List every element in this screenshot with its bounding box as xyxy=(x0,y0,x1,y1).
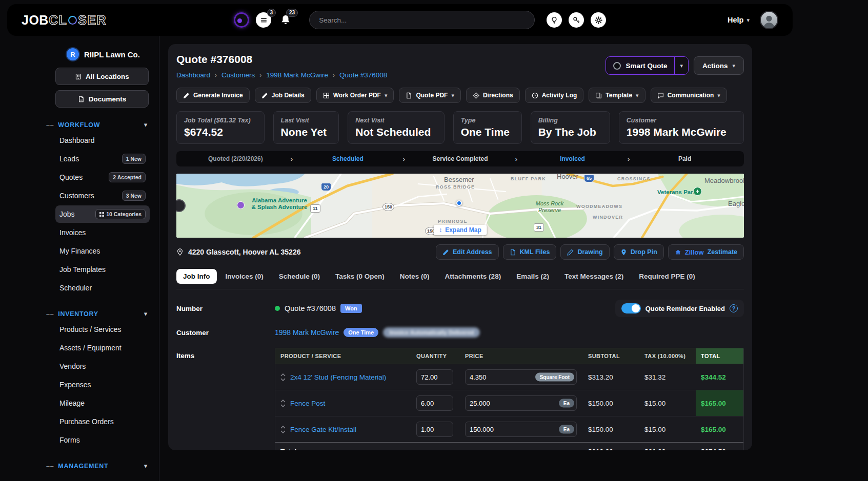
customer-link[interactable]: 1998 Mark McGwire xyxy=(275,328,339,337)
pipeline-paid[interactable]: Paid xyxy=(630,155,740,162)
breadcrumb-customer-name[interactable]: 1998 Mark McGwire xyxy=(266,71,328,79)
ideas-button[interactable] xyxy=(547,12,562,28)
sidebar-item-purchase-orders[interactable]: Purchase Orders xyxy=(55,413,150,430)
quantity-input[interactable] xyxy=(416,422,453,437)
number-row: Number Quote #376008 Won Quote Reminder … xyxy=(176,300,744,317)
map[interactable]: Alabama Adventure & Splash Adventure Bes… xyxy=(176,174,744,238)
pipeline-quoted[interactable]: Quoted (2/20/2026) xyxy=(180,155,291,162)
reorder-handle[interactable] xyxy=(280,373,286,381)
pipeline-scheduled[interactable]: Scheduled xyxy=(293,155,403,162)
job-details-button[interactable]: Job Details xyxy=(255,88,311,103)
chevron-up-icon[interactable] xyxy=(280,426,286,429)
quantity-input[interactable] xyxy=(416,369,453,385)
sidebar-section-workflow[interactable]: –– WORKFLOW ▾ xyxy=(46,121,150,129)
chevron-down-icon[interactable] xyxy=(280,378,286,381)
product-link[interactable]: 2x4 12' Stud (Fencing Material) xyxy=(290,373,386,381)
sidebar-item-forms[interactable]: Forms xyxy=(55,431,150,449)
header-actions: Smart Quote ▾ Actions ▾ xyxy=(605,56,744,75)
zillow-zestimate-button[interactable]: Zillow Zestimate xyxy=(668,244,744,260)
all-locations-button[interactable]: All Locations xyxy=(55,68,149,85)
app-logo[interactable]: JOBCLSER xyxy=(22,13,107,28)
settings-button[interactable] xyxy=(591,12,606,28)
tab-emails[interactable]: Emails (2) xyxy=(510,269,556,284)
job-location-marker[interactable] xyxy=(456,200,462,206)
tab-notes[interactable]: Notes (0) xyxy=(393,269,436,284)
sidebar-item-leads[interactable]: Leads 1 New xyxy=(55,150,150,168)
quote-reminder-toggle[interactable] xyxy=(621,303,641,313)
tab-job-info[interactable]: Job Info xyxy=(176,269,217,284)
tab-tasks[interactable]: Tasks (0 Open) xyxy=(329,269,391,284)
tab-attachments[interactable]: Attachments (28) xyxy=(438,269,508,284)
chevron-down-icon[interactable] xyxy=(280,430,286,433)
amusement-park-pin-icon[interactable] xyxy=(237,201,245,209)
chevron-up-icon[interactable] xyxy=(280,400,286,403)
smart-assistant-button[interactable] xyxy=(234,12,249,28)
reorder-handle[interactable] xyxy=(280,400,286,407)
generate-invoice-button[interactable]: Generate Invoice xyxy=(176,88,250,103)
actions-button[interactable]: Actions ▾ xyxy=(694,56,744,75)
pipeline-service-completed[interactable]: Service Completed xyxy=(405,155,515,162)
quote-pdf-button[interactable]: Quote PDF ▾ xyxy=(399,88,461,103)
drop-pin-button[interactable]: Drop Pin xyxy=(614,244,664,260)
drawing-button[interactable]: Drawing xyxy=(560,244,609,260)
sidebar-item-my-finances[interactable]: My Finances xyxy=(55,242,150,260)
sidebar-item-job-templates[interactable]: Job Templates xyxy=(55,261,150,278)
chevron-down-icon: ▾ xyxy=(385,92,388,99)
sidebar-item-expenses[interactable]: Expenses xyxy=(55,376,150,393)
sidebar-item-customers[interactable]: Customers 3 New xyxy=(55,187,150,204)
sidebar-item-vendors[interactable]: Vendors xyxy=(55,358,150,375)
breadcrumb-dashboard[interactable]: Dashboard xyxy=(176,71,210,79)
logo-o-ring-icon xyxy=(68,16,77,25)
reorder-handle[interactable] xyxy=(280,426,286,433)
sidebar-item-assets-equipment[interactable]: Assets / Equipment xyxy=(55,339,150,357)
keys-button[interactable] xyxy=(569,12,584,28)
park-pin-icon[interactable] xyxy=(693,187,702,196)
sidebar-item-invoices[interactable]: Invoices xyxy=(55,224,150,241)
tab-text-messages[interactable]: Text Messages (2) xyxy=(558,269,630,284)
tab-schedule[interactable]: Schedule (0) xyxy=(272,269,327,284)
sidebar-section-inventory[interactable]: –– INVENTORY ▾ xyxy=(46,310,150,318)
activity-log-button[interactable]: Activity Log xyxy=(525,88,584,103)
smart-quote-button[interactable]: Smart Quote xyxy=(606,57,674,74)
edit-address-button[interactable]: Edit Address xyxy=(436,244,499,260)
product-link[interactable]: Fence Gate Kit/Install xyxy=(290,426,356,433)
sidebar-item-jobs[interactable]: Jobs 10 Categories xyxy=(55,205,150,223)
documents-button[interactable]: Documents xyxy=(55,90,149,108)
chevron-up-icon[interactable] xyxy=(280,373,286,377)
communication-button[interactable]: Communication ▾ xyxy=(651,88,727,103)
chevron-down-icon[interactable] xyxy=(280,404,286,407)
sidebar-item-quotes[interactable]: Quotes 2 Accepted xyxy=(55,169,150,186)
breadcrumb-customers[interactable]: Customers xyxy=(221,71,255,79)
item-row: 2x4 12' Stud (Fencing Material) Square F… xyxy=(275,364,743,390)
grid-icon xyxy=(99,212,104,217)
tab-required-ppe[interactable]: Required PPE (0) xyxy=(632,269,702,284)
work-order-pdf-button[interactable]: Work Order PDF ▾ xyxy=(316,88,394,103)
smart-quote-caret-button[interactable]: ▾ xyxy=(674,57,688,74)
tab-invoices[interactable]: Invoices (0) xyxy=(219,269,270,284)
help-icon[interactable]: ? xyxy=(730,304,738,312)
notifications-button[interactable]: 23 xyxy=(278,12,293,28)
quantity-input[interactable] xyxy=(416,395,453,411)
items-table: PRODUCT / SERVICE QUANTITY PRICE SUBTOTA… xyxy=(275,348,744,450)
breadcrumb-quote[interactable]: Quote #376008 xyxy=(339,71,387,79)
chevron-down-icon: ▾ xyxy=(144,121,148,129)
company-row[interactable]: R RIIPL Lawn Co. xyxy=(46,48,150,60)
help-menu[interactable]: Help ▾ xyxy=(728,16,750,24)
pipeline-invoiced[interactable]: Invoiced xyxy=(517,155,628,162)
sidebar-item-scheduler[interactable]: Scheduler xyxy=(55,279,150,297)
search-input[interactable] xyxy=(309,11,535,29)
sidebar-item-mileage[interactable]: Mileage xyxy=(55,394,150,412)
sidebar: R RIIPL Lawn Co. All Locations Documents… xyxy=(0,36,159,481)
directions-button[interactable]: Directions xyxy=(466,88,520,103)
sidebar-section-management[interactable]: –– MANAGEMENT ▾ xyxy=(46,462,150,470)
product-link[interactable]: Fence Post xyxy=(290,400,325,407)
col-total: TOTAL xyxy=(696,348,743,364)
template-button[interactable]: Template ▾ xyxy=(589,88,645,103)
expand-map-button[interactable]: ↕ Expand Map xyxy=(433,225,487,235)
sidebar-item-dashboard[interactable]: Dashboard xyxy=(55,132,150,149)
tasks-button[interactable]: 3 xyxy=(256,12,271,28)
sidebar-item-products-services[interactable]: Products / Services xyxy=(55,321,150,338)
section-label: MANAGEMENT xyxy=(58,463,108,470)
user-avatar[interactable] xyxy=(760,11,778,29)
kml-files-button[interactable]: KML Files xyxy=(503,244,557,260)
